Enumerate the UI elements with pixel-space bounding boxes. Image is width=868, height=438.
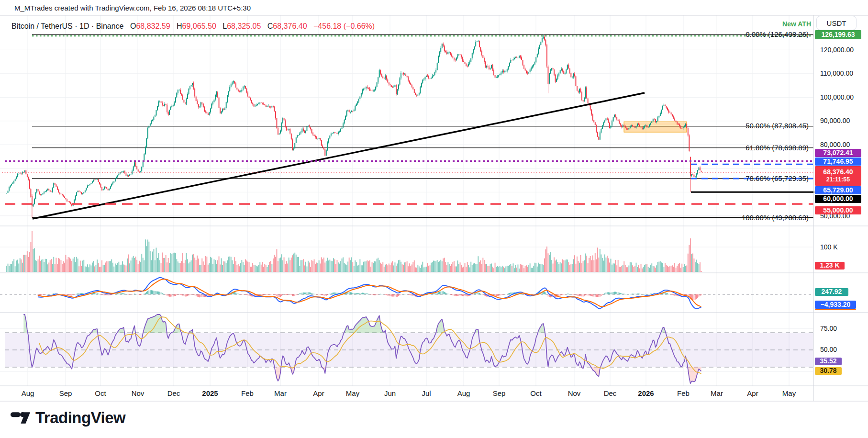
badge-value: 30.78 <box>820 367 836 375</box>
badge-value: 126,199.63 <box>821 31 855 39</box>
low-value: 68,325.05 <box>227 22 261 30</box>
badge-value: 55,000.00 <box>823 206 853 215</box>
time-axis-label: Jun <box>384 389 396 397</box>
time-axis-label: Nov <box>132 389 145 397</box>
time-axis-label: Nov <box>568 389 581 397</box>
symbol-info-bar[interactable]: Bitcoin / TetherUS · 1D · Binance O68,83… <box>11 22 375 31</box>
price-scale-tick: 80,000.00 <box>820 141 850 148</box>
price-label-badge: 68,376.4021:11:55 <box>815 166 861 186</box>
badge-value: 68,376.40 <box>823 168 853 177</box>
time-axis-label: Dec <box>167 389 180 397</box>
time-axis-label: 2025 <box>202 389 218 397</box>
price-label-badge: 60,000.00 <box>815 195 861 203</box>
tradingview-logo-text: TradingView <box>35 409 125 427</box>
open-label: O <box>130 22 136 30</box>
price-scale-tick: 100 K <box>820 243 838 251</box>
high-label: H <box>177 22 182 30</box>
close-value: 68,376.40 <box>273 22 307 30</box>
time-axis-label: Aug <box>22 389 34 397</box>
price-label-badge: 65,729.00 <box>815 186 861 194</box>
badge-value: 247.92 <box>822 288 842 296</box>
time-axis-label: May <box>346 389 359 397</box>
countdown-timer: 21:11:55 <box>826 176 850 184</box>
low-label: L <box>223 22 227 30</box>
price-scale-tick: 110,000.00 <box>820 69 853 77</box>
high-value: 69,065.50 <box>182 22 216 30</box>
fib-level-label: 50.00% (87,808.45) <box>746 122 809 130</box>
time-axis-label: Dec <box>604 389 617 397</box>
signal-label-edge <box>815 309 856 310</box>
badge-value: 65,729.00 <box>823 186 853 195</box>
symbol-title[interactable]: Bitcoin / TetherUS · 1D · Binance <box>11 22 123 30</box>
currency-toggle-button[interactable]: USDT <box>816 16 857 30</box>
badge-value: −4,933.20 <box>821 301 851 309</box>
time-axis-label: Oct <box>95 389 106 397</box>
price-scale-tick: 50.00 <box>820 346 837 353</box>
tradingview-logo-icon <box>11 409 31 427</box>
price-label-badge: 35.52 <box>815 358 842 365</box>
fib-level-label: 100.00% (49,208.63) <box>742 213 809 222</box>
time-axis-label: Oct <box>530 389 541 397</box>
tradingview-logo[interactable]: TradingView <box>11 409 125 427</box>
time-axis-label: May <box>782 389 796 397</box>
time-axis-label: Mar <box>711 389 723 397</box>
badge-value: 1.23 K <box>820 261 839 270</box>
open-value: 68,832.59 <box>136 22 170 30</box>
price-label-badge: −4,933.20 <box>815 301 856 309</box>
price-label-badge: 1.23 K <box>815 262 845 270</box>
change-value: −456.18 (−0.66%) <box>313 22 375 30</box>
price-scale-tick: 100,000.00 <box>820 93 854 101</box>
time-axis-label: Jul <box>422 389 431 397</box>
badge-value: 73,072.41 <box>823 149 853 157</box>
time-axis-label: Feb <box>241 389 254 397</box>
time-axis-label: 2026 <box>638 389 654 397</box>
fib-level-label: 0.00% (126,408.26) <box>746 30 809 38</box>
price-scale-tick: 75.00 <box>820 325 837 332</box>
fib-level-label: 61.80% (78,698.89) <box>746 144 809 152</box>
time-axis-label: Apr <box>313 389 324 397</box>
price-label-badge: 71,746.95 <box>815 157 861 166</box>
time-axis-label: Sep <box>59 389 72 397</box>
time-axis-label: Sep <box>493 389 506 397</box>
time-axis-label: Mar <box>274 389 287 397</box>
time-axis-label: Aug <box>457 389 470 397</box>
time-axis-label: Apr <box>747 389 758 397</box>
attribution-text: M_MTrades created with TradingView.com, … <box>14 4 251 12</box>
close-label: C <box>267 22 273 30</box>
price-scale-tick: 90,000.00 <box>820 117 850 124</box>
price-label-badge: 30.78 <box>815 367 842 375</box>
new-ath-annotation: New ATH <box>782 20 811 28</box>
price-scale-tick: 120,000.00 <box>820 46 854 54</box>
price-label-badge: 73,072.41 <box>815 149 861 157</box>
price-label-badge: 55,000.00 <box>815 206 861 214</box>
badge-value: 60,000.00 <box>823 195 853 203</box>
price-label-badge: 126,199.63 <box>815 30 861 39</box>
tradingview-chart-page: M_MTrades created with TradingView.com, … <box>0 0 868 438</box>
time-axis-label: Feb <box>677 389 690 397</box>
fib-level-label: 78.60% (65,729.35) <box>746 174 809 182</box>
badge-value: 71,746.95 <box>823 157 853 166</box>
price-label-badge: 247.92 <box>815 288 848 296</box>
badge-value: 35.52 <box>820 357 836 366</box>
chart-canvas[interactable] <box>0 0 868 438</box>
